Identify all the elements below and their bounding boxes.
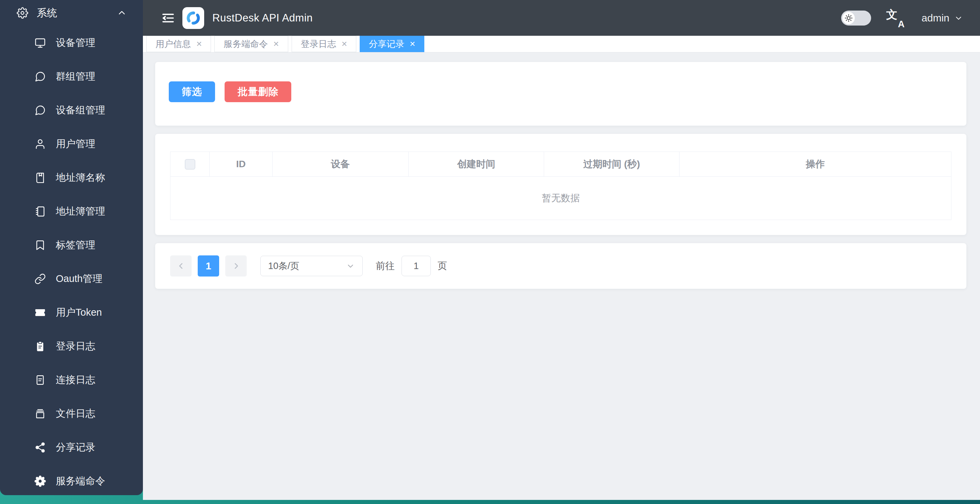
- main-area: RustDesk API Admin 文 A admin: [143, 0, 980, 500]
- chat-bubble-icon: [34, 104, 46, 116]
- ticket-icon: [34, 306, 46, 319]
- close-icon[interactable]: ×: [342, 39, 347, 49]
- tab-label: 服务端命令: [224, 38, 268, 50]
- sidebar-item-label: 登录日志: [56, 340, 95, 353]
- tab-share-record[interactable]: 分享记录 ×: [360, 36, 424, 52]
- page-unit-label: 页: [438, 260, 447, 273]
- table-header-checkbox-cell: [170, 152, 210, 177]
- gear-icon: [16, 7, 29, 19]
- header-actions: 文 A admin: [841, 8, 963, 27]
- app-window: 系统 设备管理 群组管理 设备组管理 用户管理 地址簿名称 地址簿管理: [0, 0, 980, 500]
- chevron-left-icon: [176, 261, 186, 271]
- sidebar-item-server-command[interactable]: 服务端命令: [0, 464, 143, 498]
- filter-button[interactable]: 筛选: [169, 81, 215, 102]
- monitor-icon: [34, 37, 46, 49]
- column-header-expire-time: 过期时间 (秒): [544, 152, 679, 177]
- pagination-card: 1 10条/页 前往 页: [155, 243, 966, 289]
- document-icon: [34, 374, 46, 386]
- rustdesk-logo: [182, 7, 204, 29]
- tab-label: 用户信息: [156, 38, 191, 50]
- sidebar-item-device-management[interactable]: 设备管理: [0, 26, 143, 60]
- tab-user-info[interactable]: 用户信息 ×: [146, 36, 211, 52]
- chevron-down-icon: [954, 14, 963, 22]
- language-switch-icon[interactable]: 文 A: [886, 8, 904, 27]
- filter-card: 筛选 批量删除: [155, 62, 966, 126]
- table-card: ID 设备 创建时间 过期时间 (秒) 操作 暂无数据: [155, 134, 966, 235]
- notebook-icon: [34, 205, 46, 218]
- sidebar-section-label: 系统: [37, 6, 116, 20]
- column-header-device: 设备: [272, 152, 409, 177]
- top-header: RustDesk API Admin 文 A admin: [143, 0, 980, 36]
- goto-page-input[interactable]: [401, 256, 431, 276]
- link-icon: [34, 273, 46, 285]
- sidebar-item-label: 设备管理: [56, 36, 95, 50]
- sidebar-item-file-log[interactable]: 文件日志: [0, 397, 143, 431]
- sidebar-item-device-group-management[interactable]: 设备组管理: [0, 93, 143, 127]
- sidebar-item-tag-management[interactable]: 标签管理: [0, 228, 143, 262]
- sidebar-item-group-management[interactable]: 群组管理: [0, 60, 143, 93]
- goto-label: 前往: [375, 260, 395, 273]
- select-all-checkbox[interactable]: [185, 159, 195, 170]
- close-icon[interactable]: ×: [196, 39, 202, 49]
- sidebar-section-system[interactable]: 系统: [0, 0, 143, 26]
- column-header-created-time: 创建时间: [409, 152, 544, 177]
- sidebar-item-connection-log[interactable]: 连接日志: [0, 363, 143, 397]
- share-icon: [34, 441, 46, 454]
- sidebar-item-label: 地址簿管理: [56, 205, 105, 218]
- batch-delete-button[interactable]: 批量删除: [224, 81, 291, 102]
- chevron-up-icon: [116, 7, 128, 19]
- user-icon: [34, 138, 46, 150]
- sidebar-item-user-token[interactable]: 用户Token: [0, 296, 143, 329]
- chevron-right-icon: [231, 261, 241, 271]
- sidebar-item-label: 设备组管理: [56, 104, 105, 117]
- sidebar-item-label: 文件日志: [56, 407, 95, 421]
- page-size-value: 10条/页: [268, 260, 299, 272]
- sidebar-item-user-management[interactable]: 用户管理: [0, 127, 143, 161]
- table-header-row: ID 设备 创建时间 过期时间 (秒) 操作: [170, 152, 951, 177]
- gear-filled-icon: [34, 475, 46, 487]
- sidebar-item-label: 用户Token: [56, 306, 102, 319]
- sidebar-item-share-record[interactable]: 分享记录: [0, 431, 143, 464]
- close-icon[interactable]: ×: [273, 39, 279, 49]
- sidebar-collapse-icon[interactable]: [161, 11, 176, 26]
- page-number-button[interactable]: 1: [198, 255, 219, 276]
- sidebar-item-label: 连接日志: [56, 373, 95, 387]
- app-title: RustDesk API Admin: [212, 12, 313, 24]
- bookmark-icon: [34, 239, 46, 251]
- sidebar-item-label: 地址簿名称: [56, 171, 105, 185]
- sidebar-item-label: 用户管理: [56, 137, 95, 151]
- theme-toggle[interactable]: [841, 11, 871, 26]
- share-record-table: ID 设备 创建时间 过期时间 (秒) 操作 暂无数据: [170, 152, 951, 220]
- user-dropdown[interactable]: admin: [921, 12, 963, 24]
- column-header-actions: 操作: [679, 152, 951, 177]
- sidebar-item-label: 服务端命令: [56, 474, 105, 488]
- page-size-select[interactable]: 10条/页: [260, 256, 363, 276]
- sidebar-item-label: Oauth管理: [56, 272, 102, 286]
- tab-label: 登录日志: [301, 38, 336, 50]
- clipboard-icon: [34, 340, 46, 352]
- sidebar: 系统 设备管理 群组管理 设备组管理 用户管理 地址簿名称 地址簿管理: [0, 0, 143, 495]
- sidebar-item-login-log[interactable]: 登录日志: [0, 329, 143, 363]
- tab-bar: 用户信息 × 服务端命令 × 登录日志 × 分享记录 ×: [143, 36, 980, 53]
- book-bookmark-icon: [34, 172, 46, 184]
- close-icon[interactable]: ×: [410, 39, 415, 49]
- sidebar-item-label: 分享记录: [56, 441, 95, 454]
- next-page-button[interactable]: [225, 255, 247, 276]
- tab-label: 分享记录: [369, 38, 404, 50]
- page-content: 筛选 批量删除 ID 设备 创建时间 过期时间 (秒) 操作 暂无数据: [143, 53, 980, 500]
- sidebar-item-label: 群组管理: [56, 70, 95, 83]
- prev-page-button[interactable]: [170, 255, 192, 276]
- tab-server-command[interactable]: 服务端命令 ×: [215, 36, 288, 52]
- table-empty-state: 暂无数据: [170, 177, 951, 220]
- chevron-down-icon: [346, 262, 355, 270]
- archive-icon: [34, 408, 46, 420]
- sidebar-item-oauth-management[interactable]: Oauth管理: [0, 262, 143, 296]
- column-header-id: ID: [210, 152, 272, 177]
- chat-bubble-icon: [34, 70, 46, 83]
- tab-login-log[interactable]: 登录日志 ×: [292, 36, 356, 52]
- user-name: admin: [921, 12, 950, 24]
- sidebar-item-label: 标签管理: [56, 238, 95, 252]
- sidebar-item-addressbook-management[interactable]: 地址簿管理: [0, 195, 143, 228]
- sidebar-item-addressbook-name[interactable]: 地址簿名称: [0, 161, 143, 195]
- sun-icon: [843, 12, 855, 24]
